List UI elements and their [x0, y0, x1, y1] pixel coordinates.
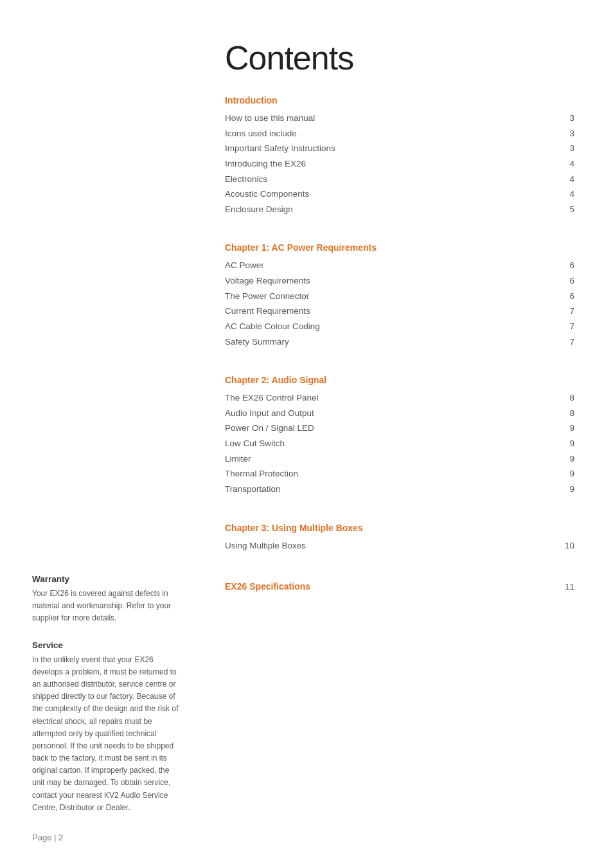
left-column: Warranty Your EX26 is covered against de… — [0, 0, 199, 868]
page-footer: Page | 2 — [32, 833, 63, 842]
toc-page: 3 — [562, 141, 574, 156]
section-header-chapter2: Chapter 2: Audio Signal — [225, 375, 574, 385]
toc-label: Power On / Signal LED — [225, 420, 562, 436]
toc-item: Limiter 9 — [225, 451, 574, 467]
toc-item: Using Multiple Boxes 10 — [225, 538, 574, 554]
toc-item: Voltage Requirements 6 — [225, 273, 574, 289]
section-chapter3: Chapter 3: Using Multiple Boxes Using Mu… — [225, 523, 574, 554]
toc-item: Thermal Protection 9 — [225, 466, 574, 482]
toc-page: 9 — [562, 451, 574, 467]
toc-item: Audio Input and Output 8 — [225, 406, 574, 421]
toc-label: Important Safety Instructions — [225, 141, 562, 156]
toc-label: Introducing the EX26 — [225, 156, 562, 172]
toc-page: 7 — [562, 334, 574, 350]
toc-page: 4 — [562, 172, 574, 187]
toc-label: Low Cut Switch — [225, 436, 562, 451]
toc-label: Safety Summary — [225, 334, 562, 350]
toc-label: AC Cable Colour Coding — [225, 319, 562, 334]
toc-label: EX26 Specifications — [225, 579, 562, 595]
toc-label: AC Power — [225, 258, 562, 273]
section-header-chapter3: Chapter 3: Using Multiple Boxes — [225, 523, 574, 533]
toc-page: 4 — [562, 156, 574, 172]
right-column: Contents Introduction How to use this ma… — [199, 0, 613, 868]
toc-page: 7 — [562, 303, 574, 319]
toc-page: 7 — [562, 319, 574, 334]
toc-label: Acoustic Components — [225, 186, 562, 202]
service-title: Service — [32, 640, 180, 650]
toc-page: 9 — [562, 420, 574, 436]
warranty-title: Warranty — [32, 574, 180, 584]
page-title: Contents — [225, 39, 574, 77]
toc-item: Introducing the EX26 4 — [225, 156, 574, 172]
toc-page: 9 — [562, 482, 574, 497]
section-chapter1: Chapter 1: AC Power Requirements AC Powe… — [225, 242, 574, 349]
toc-item: AC Cable Colour Coding 7 — [225, 319, 574, 334]
warranty-section: Warranty Your EX26 is covered against de… — [32, 574, 180, 625]
toc-label: Audio Input and Output — [225, 406, 562, 421]
toc-item: Current Requirements 7 — [225, 303, 574, 319]
toc-label: The EX26 Control Panel — [225, 390, 562, 406]
section-header-chapter1: Chapter 1: AC Power Requirements — [225, 242, 574, 253]
toc-page: 4 — [562, 186, 574, 202]
toc-item-specs: EX26 Specifications 11 — [225, 579, 574, 595]
toc-page: 3 — [562, 126, 574, 141]
toc-page: 6 — [562, 258, 574, 273]
toc-page: 6 — [562, 273, 574, 289]
toc-page: 11 — [562, 579, 574, 595]
toc-label: Thermal Protection — [225, 466, 562, 482]
service-text: In the unlikely event that your EX26 dev… — [32, 654, 180, 814]
toc-item: The Power Connector 6 — [225, 289, 574, 304]
toc-page: 10 — [562, 538, 574, 554]
toc-label: How to use this manual — [225, 111, 562, 126]
toc-label: Using Multiple Boxes — [225, 538, 562, 554]
toc-page: 3 — [562, 111, 574, 126]
toc-page: 9 — [562, 466, 574, 482]
toc-label: Transportation — [225, 482, 562, 497]
warranty-text: Your EX26 is covered against defects in … — [32, 588, 180, 625]
toc-page: 9 — [562, 436, 574, 451]
toc-item: Important Safety Instructions 3 — [225, 141, 574, 156]
toc-label: Icons used include — [225, 126, 562, 141]
toc-label: The Power Connector — [225, 289, 562, 304]
section-header-introduction: Introduction — [225, 95, 574, 105]
toc-item: Enclosure Design 5 — [225, 202, 574, 217]
toc-item: Low Cut Switch 9 — [225, 436, 574, 451]
toc-page: 6 — [562, 289, 574, 304]
page: Warranty Your EX26 is covered against de… — [0, 0, 613, 868]
toc-label: Electronics — [225, 172, 562, 187]
toc-item: The EX26 Control Panel 8 — [225, 390, 574, 406]
toc-item: Transportation 9 — [225, 482, 574, 497]
toc-item: Safety Summary 7 — [225, 334, 574, 350]
toc-item: Acoustic Components 4 — [225, 186, 574, 202]
section-specs: EX26 Specifications 11 — [225, 579, 574, 595]
toc-page: 5 — [562, 202, 574, 217]
section-chapter2: Chapter 2: Audio Signal The EX26 Control… — [225, 375, 574, 496]
toc-label: Limiter — [225, 451, 562, 467]
toc-label: Voltage Requirements — [225, 273, 562, 289]
toc-item: Power On / Signal LED 9 — [225, 420, 574, 436]
toc-item: Electronics 4 — [225, 172, 574, 187]
section-introduction: Introduction How to use this manual 3 Ic… — [225, 95, 574, 217]
toc-label: Enclosure Design — [225, 202, 562, 217]
toc-item: How to use this manual 3 — [225, 111, 574, 126]
toc-label: Current Requirements — [225, 303, 562, 319]
service-section: Service In the unlikely event that your … — [32, 640, 180, 814]
toc-page: 8 — [562, 390, 574, 406]
toc-item: Icons used include 3 — [225, 126, 574, 141]
toc-page: 8 — [562, 406, 574, 421]
toc-item: AC Power 6 — [225, 258, 574, 273]
